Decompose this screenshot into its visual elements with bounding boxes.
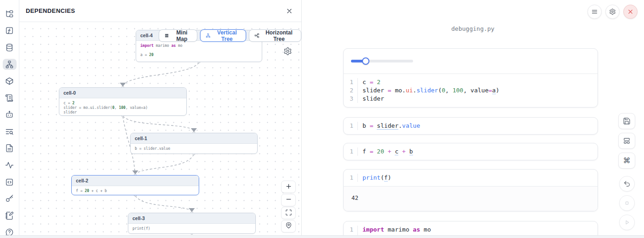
horizontal-tree-button[interactable]: Horizontal Tree [249,29,301,42]
map-pin-icon [285,222,292,229]
line-number: 1 [344,174,358,182]
line-number: 1 [344,226,358,234]
slider-output [344,49,598,74]
status-bar [0,235,644,238]
variables-icon[interactable] [3,25,17,37]
edge-arrowhead [189,208,195,212]
maximize-icon [285,209,292,216]
graph-zoom-controls [281,181,296,232]
ai-chat-icon[interactable] [3,109,17,120]
fit-view-button[interactable] [281,207,296,219]
save-button[interactable] [618,113,635,129]
snippets-icon[interactable] [3,176,17,188]
zoom-out-button[interactable] [281,194,296,206]
slider-thumb[interactable] [362,57,369,65]
code-editor[interactable]: 1print(f) [344,170,598,186]
graph-settings-button[interactable] [282,45,293,57]
line-number: 1 [344,147,358,156]
line-number: 1 [344,122,358,130]
code-line: b = slider.value [358,122,420,130]
graph-node-code: f = 20 + c + b [72,186,199,195]
graph-node-title: cell-0 [59,88,186,98]
secrets-icon[interactable] [3,193,17,204]
edge-arrowhead [120,83,126,87]
graph-node-title: cell-2 [72,176,199,186]
documentation-icon[interactable] [3,143,17,154]
edge-cell-4-to-cell-0 [124,62,199,84]
outline-icon[interactable] [3,92,17,104]
layout-button[interactable] [618,133,635,149]
edge-cell-0-to-cell-1 [123,116,193,130]
run-button[interactable] [619,215,635,230]
panel-title: DEPENDENCIES [26,7,75,14]
undo-icon [623,180,631,187]
code-line: import marimo as mo [358,226,431,234]
stop-button[interactable] [619,195,635,211]
notebook-cell-3[interactable]: 1print(f)42 [343,169,598,211]
code-line: f = 20 + c + b [358,147,413,156]
minimap-icon [164,33,169,39]
line-number: 3 [344,95,358,103]
notebook-filename[interactable]: debugging.py [302,25,644,32]
layout-icon [623,137,631,145]
slider-track[interactable] [351,60,413,62]
minimap-label: Mini Map [172,29,192,42]
stop-icon [623,199,631,207]
dependencies-icon[interactable] [3,59,17,70]
line-number: 2 [344,86,358,95]
dependency-graph-canvas[interactable]: cell-4import marimo as mo a = 20cell-0c … [19,22,301,238]
notebook-panel: debugging.py 1c = 22slider = mo.ui.slide… [302,0,644,238]
close-icon [286,7,293,15]
minimap-button[interactable]: Mini Map [159,29,197,42]
graph-node-cell-3[interactable]: cell-3print(f) [128,213,256,234]
edge-arrowhead [191,128,197,132]
notebook-settings-button[interactable] [605,5,620,19]
locate-button[interactable] [281,220,296,232]
code-editor[interactable]: 1c = 22slider = mo.ui.slider(0, 100, val… [344,74,598,107]
code-line: c = 2 [358,78,380,86]
undo-button[interactable] [619,176,635,192]
code-editor[interactable]: 1b = slider.value [344,118,598,134]
graph-node-cell-1[interactable]: cell-1b = slider.value [130,133,258,154]
graph-node-cell-2[interactable]: cell-2f = 20 + c + b [71,175,199,195]
gear-icon [609,8,616,15]
vertical-tree-icon [206,33,211,39]
code-line: slider [358,95,384,103]
dependencies-panel: DEPENDENCIES cell-4import marimo as mo a… [19,0,302,238]
horizontal-tree-label: Horizontal Tree [262,29,296,42]
tracing-icon[interactable] [3,159,17,171]
datasources-icon[interactable] [3,42,17,53]
line-number: 1 [344,78,358,86]
graph-node-cell-0[interactable]: cell-0c = 2slider = mo.ui.slider(0, 100,… [59,87,187,116]
logs-icon[interactable] [3,126,17,137]
vertical-tree-button[interactable]: Vertical Tree [200,29,246,42]
command-icon: ⌘ [623,157,631,164]
zoom-in-button[interactable] [281,181,296,193]
code-editor[interactable]: 1f = 20 + c + b [344,143,598,160]
plus-icon [285,183,292,190]
file-explorer-icon[interactable] [3,8,17,20]
shutdown-button[interactable] [623,5,638,19]
play-icon [623,219,631,226]
code-line: print(f) [358,174,391,182]
graph-node-code: import marimo as mo a = 20 [136,41,262,59]
close-panel-button[interactable] [286,7,293,15]
minus-icon [285,196,292,203]
graph-node-code: b = slider.value [131,144,257,153]
gear-icon [283,47,292,56]
scratchpad-icon[interactable] [3,210,17,221]
notebook-actions-button[interactable] [587,5,602,19]
graph-toolbar: Mini Map Vertical Tree Horizontal Tree [159,29,301,42]
graph-node-code: print(f) [128,224,255,233]
notebook-cell-0[interactable]: 1c = 22slider = mo.ui.slider(0, 100, val… [343,48,598,108]
graph-node-title: cell-3 [128,213,255,224]
menu-icon [591,8,598,15]
notebook-cell-1[interactable]: 1b = slider.value [343,117,598,135]
horizontal-tree-icon [254,33,259,39]
keyboard-shortcuts-button[interactable]: ⌘ [618,153,635,169]
packages-icon[interactable] [3,75,17,87]
close-icon [627,8,634,15]
graph-node-title: cell-1 [131,133,257,144]
notebook-cell-2[interactable]: 1f = 20 + c + b [343,143,598,160]
edge-cell-1-to-cell-2 [138,154,194,172]
